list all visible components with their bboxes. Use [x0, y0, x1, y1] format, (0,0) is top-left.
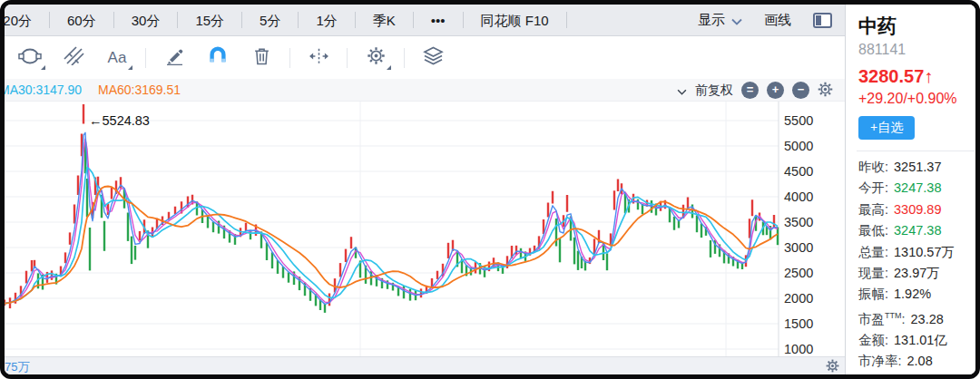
chevron-down-icon[interactable] — [677, 83, 687, 98]
current-price: 3280.57↑ — [858, 66, 975, 87]
stat-row-最高: 最高:3309.89 — [858, 199, 975, 220]
pencil-tool-button[interactable] — [153, 41, 195, 75]
app-window: 120分60分30分15分5分1分季K•••同花顺 F10 显示 画线 — [0, 0, 980, 379]
period-tab-bar: 120分60分30分15分5分1分季K•••同花顺 F10 显示 画线 — [5, 5, 845, 36]
stat-row-金额: 金额:131.01亿 — [858, 330, 975, 351]
layers-tool-button[interactable] — [412, 41, 454, 75]
svg-text:5000: 5000 — [784, 139, 813, 153]
magnet-tool-button[interactable] — [197, 41, 239, 75]
svg-text:1500: 1500 — [784, 316, 813, 331]
period-tab-7[interactable]: ••• — [414, 5, 463, 36]
period-tab-2[interactable]: 30分 — [114, 5, 178, 36]
draw-line-button[interactable]: 画线 — [764, 12, 791, 29]
kline-chart[interactable]: 5500500045004000350030002500200015001000… — [5, 102, 845, 356]
price-change: +29.20/+0.90% — [858, 91, 969, 107]
period-tab-6[interactable]: 季K — [356, 5, 413, 36]
quote-panel: 中药 881141 3280.57↑ +29.20/+0.90% +自选 昨收:… — [845, 5, 975, 374]
stat-row-振幅: 振幅:1.92% — [858, 284, 975, 305]
stat-row-总量: 总量:1310.57万 — [858, 242, 975, 263]
stock-code: 881141 — [858, 42, 975, 58]
display-menu-label: 显示 — [698, 12, 725, 29]
tool-caret — [128, 65, 132, 70]
layers-icon — [423, 46, 444, 69]
svg-text:4500: 4500 — [784, 164, 813, 179]
svg-text:1000: 1000 — [784, 342, 813, 356]
volume-axis-label: 75万 — [5, 359, 29, 375]
stat-row-最低: 最低:3247.38 — [858, 220, 975, 241]
ellipse-shape-icon — [18, 47, 42, 69]
trend-lines-icon — [64, 46, 84, 69]
tab-divider — [566, 12, 567, 28]
display-menu[interactable]: 显示 — [698, 12, 742, 29]
chevron-down-icon — [731, 13, 742, 28]
svg-text:3000: 3000 — [784, 240, 813, 255]
zoom-in-button[interactable]: + — [767, 82, 784, 99]
stat-row-今开: 今开:3247.38 — [858, 178, 975, 199]
toolbar-divider — [347, 48, 348, 68]
period-tab-5[interactable]: 1分 — [299, 5, 354, 36]
svg-text:2000: 2000 — [784, 291, 813, 306]
magnet-icon — [208, 46, 228, 69]
drawing-toolbar: Aa — [5, 36, 845, 79]
toolbar-divider — [289, 48, 290, 68]
toolbar-divider — [404, 48, 405, 68]
chart-header-strip: MA30:3147.90 MA60:3169.51 前复权 = + − — [5, 79, 845, 102]
shape-tool-button[interactable] — [9, 41, 51, 75]
text-tool-button[interactable]: Aa — [96, 41, 138, 75]
period-tab-1[interactable]: 60分 — [50, 5, 113, 36]
ma30-value: MA30:3147.90 — [0, 83, 82, 97]
tool-caret — [387, 65, 391, 70]
ma60-value: MA60:3169.51 — [98, 83, 181, 97]
stat-row-现量: 现量:23.97万 — [858, 263, 975, 284]
volume-pane-bar: 75万 — [5, 356, 845, 374]
period-tab-3[interactable]: 15分 — [178, 5, 241, 36]
trash-icon — [253, 46, 270, 69]
sidebar-toggle-icon[interactable] — [813, 13, 832, 28]
trendline-tool-button[interactable] — [53, 41, 94, 75]
svg-text:3500: 3500 — [784, 215, 813, 229]
stat-row-昨收: 昨收:3251.37 — [858, 157, 975, 178]
svg-text:4000: 4000 — [784, 190, 813, 204]
pencil-icon — [165, 47, 184, 69]
chart-region: 120分60分30分15分5分1分季K•••同花顺 F10 显示 画线 — [5, 5, 845, 374]
panel-divider — [857, 151, 975, 151]
svg-text:2500: 2500 — [784, 266, 813, 280]
stats-list: 昨收:3251.37今开:3247.38最高:3309.89最低:3247.38… — [858, 157, 975, 373]
toolbar-divider — [145, 48, 146, 68]
svg-text:←5524.83: ←5524.83 — [89, 113, 150, 128]
period-tab-4[interactable]: 5分 — [242, 5, 298, 36]
delete-tool-button[interactable] — [240, 41, 282, 75]
tool-caret — [41, 65, 45, 70]
adjust-mode-selector[interactable]: 前复权 — [695, 83, 733, 99]
tab-strip: 120分60分30分15分5分1分季K•••同花顺 F10 — [5, 5, 567, 36]
settings-tool-button[interactable] — [355, 41, 397, 75]
svg-text:5500: 5500 — [784, 113, 813, 128]
chart-controls: 前复权 = + − — [677, 79, 833, 102]
stock-name: 中药 — [858, 14, 975, 39]
chart-settings-gear-icon[interactable] — [818, 82, 833, 100]
add-watchlist-button[interactable]: +自选 — [858, 116, 915, 140]
period-tab-8[interactable]: 同花顺 F10 — [464, 5, 566, 36]
expand-horizontal-icon — [308, 47, 330, 69]
text-tool-icon: Aa — [108, 49, 127, 67]
expand-horizontal-tool-button[interactable] — [298, 41, 339, 75]
stat-row-市净率: 市净率:2.08 — [858, 351, 975, 372]
reset-scale-button[interactable]: = — [741, 82, 759, 99]
ma-legend: MA30:3147.90 MA60:3169.51 — [0, 83, 181, 97]
zoom-out-button[interactable]: − — [792, 82, 809, 99]
volume-settings-gear-icon[interactable] — [826, 359, 839, 376]
stat-row-市盈: 市盈TTM:23.28 — [858, 306, 975, 330]
tabbar-right-group: 显示 画线 — [698, 12, 832, 29]
gear-icon — [367, 46, 386, 69]
period-tab-0[interactable]: 120分 — [0, 5, 49, 36]
